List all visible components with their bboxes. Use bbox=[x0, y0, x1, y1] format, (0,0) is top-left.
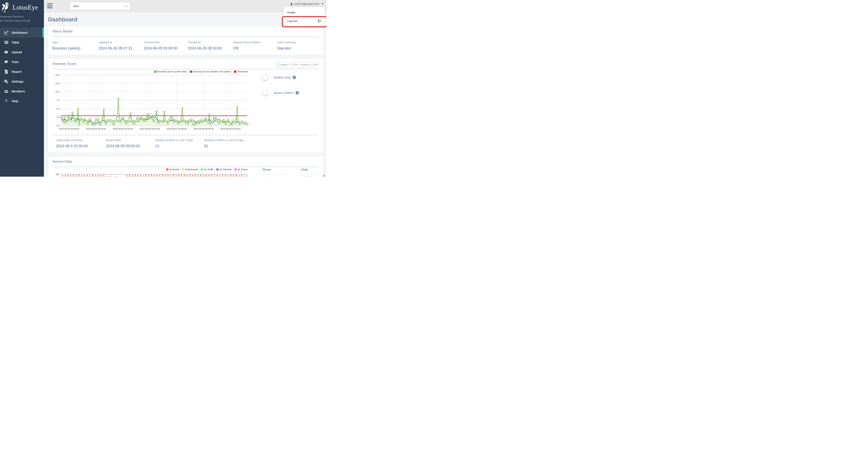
stat-recent-alert: Recent Alert2024-08-09 09:00:00 bbox=[106, 138, 155, 148]
ignore-outliers-toggle[interactable] bbox=[262, 90, 272, 96]
median-only-toggle[interactable] bbox=[262, 74, 272, 80]
sidebar-item-label: Upload bbox=[12, 51, 22, 54]
median-only-toggle-row: Median Only ? bbox=[262, 74, 299, 80]
legend-item[interactable]: %commit bbox=[166, 168, 179, 170]
gears-icon bbox=[4, 79, 8, 84]
svg-text:10.0: 10.0 bbox=[55, 91, 60, 93]
date-range-input[interactable]: August 2, 2024 - August 9, 2024 bbox=[276, 61, 319, 68]
legend-swatch bbox=[166, 168, 168, 170]
about-model-card: About Model PlanBusiness (yearly) Update… bbox=[48, 26, 323, 55]
hamburger-menu-icon[interactable] bbox=[47, 3, 53, 8]
sensor-data-card: Sensor Data %commit%memusedall_%idleall_… bbox=[48, 156, 323, 177]
topbar: test user01@pratya.tech Profile Log Out bbox=[44, 0, 327, 12]
legend-item[interactable]: %memused bbox=[182, 168, 198, 170]
divider bbox=[53, 36, 318, 37]
page-title: Dashboard bbox=[48, 17, 323, 23]
anomaly-score-card: Anomaly Score August 2, 2024 - August 9,… bbox=[48, 59, 323, 153]
svg-text:2.5: 2.5 bbox=[57, 116, 60, 118]
sidebar-item-label: Members bbox=[12, 90, 25, 93]
main-content: Dashboard About Model PlanBusiness (year… bbox=[44, 12, 327, 177]
sidebar-item-settings[interactable]: Settings bbox=[0, 76, 44, 86]
sidebar-item-label: Dashboard bbox=[12, 31, 28, 34]
field-reduce-false-positive: Reduse False PositiveON bbox=[233, 41, 277, 51]
sidebar-item-help[interactable]: ? Help bbox=[0, 96, 44, 106]
lotuseye-logo-icon bbox=[1, 2, 11, 12]
svg-text:150: 150 bbox=[56, 173, 59, 176]
svg-text:5.0: 5.0 bbox=[57, 107, 60, 110]
svg-text:7.5: 7.5 bbox=[57, 99, 60, 101]
sidebar-item-report[interactable]: Report bbox=[0, 67, 44, 76]
svg-text:2024-08-07 00:00:00: 2024-08-07 00:00:00 bbox=[166, 128, 187, 130]
field-trained-to: Trained To2024-06-26 08:00:00 bbox=[188, 41, 233, 51]
legend-item[interactable]: all_%nice bbox=[235, 168, 248, 170]
divider bbox=[53, 135, 318, 135]
user-menu-trigger[interactable]: user01@pratya.tech bbox=[290, 2, 323, 5]
hide-column: Hide all_%stealall_%systemall_%usercpu0_… bbox=[301, 168, 326, 177]
about-model-fields: PlanBusiness (yearly) Updated At2024-06-… bbox=[53, 41, 318, 51]
graduation-cap-icon bbox=[4, 60, 8, 64]
line-chart-icon bbox=[4, 30, 8, 35]
legend-item[interactable]: Anomaly Score (at the time) bbox=[154, 70, 187, 73]
ignore-outliers-toggle-row: Ignore Outliers ? bbox=[262, 90, 299, 96]
model-select[interactable]: test bbox=[70, 2, 130, 10]
ignore-outliers-help-icon[interactable]: ? bbox=[296, 91, 299, 94]
hide-label: Hide bbox=[301, 168, 326, 171]
show-hide-panel: Show %commit%memusedall_%idleall_%iowait… bbox=[262, 167, 326, 177]
app-window: LotusEye Anomaly Detector for Sensor Dat… bbox=[0, 0, 327, 177]
model-select-value: test bbox=[73, 4, 125, 8]
scrollbar-track[interactable] bbox=[323, 175, 325, 177]
calendar-icon bbox=[278, 63, 279, 66]
alert-stats-row: Latest Date of Sensor2024-08-9 15:00:00 … bbox=[53, 138, 318, 148]
sidebar-item-label: Help bbox=[12, 99, 18, 103]
show-label: Show bbox=[262, 168, 287, 171]
field-plan: PlanBusiness (yearly) bbox=[53, 41, 99, 51]
legend-item[interactable]: Threshold bbox=[234, 70, 248, 73]
svg-text:2024-08-03 00:00:00: 2024-08-03 00:00:00 bbox=[59, 128, 79, 130]
legend-item[interactable]: Anomaly Score (median of 6 points) bbox=[190, 70, 231, 73]
sidebar-nav: Dashboard Table Upload Train bbox=[0, 28, 44, 106]
sidebar-item-label: Settings bbox=[12, 80, 24, 83]
field-updated-at: Updated At2024-06-26 09:07:21 bbox=[99, 41, 144, 51]
sensor-chart-block: %commit%memusedall_%idleall_%iowaitall_%… bbox=[53, 167, 249, 177]
sidebar-item-upload[interactable]: Upload bbox=[0, 47, 44, 57]
file-text-icon bbox=[4, 69, 8, 74]
svg-text:2024-08-04 00:00:00: 2024-08-04 00:00:00 bbox=[86, 128, 106, 130]
stat-latest-sensor-date: Latest Date of Sensor2024-08-9 15:00:00 bbox=[56, 138, 106, 148]
anomaly-chart-legend: Anomaly Score (at the time)Anomaly Score… bbox=[53, 70, 248, 73]
sensor-data-title: Sensor Data bbox=[53, 160, 318, 164]
chart-toggles: Median Only ? Ignore Outliers ? bbox=[262, 69, 299, 105]
list-item[interactable]: %commit bbox=[265, 176, 287, 177]
svg-text:0.0: 0.0 bbox=[57, 124, 60, 127]
about-model-title: About Model bbox=[53, 29, 318, 33]
sidebar-item-label: Train bbox=[12, 60, 19, 64]
scrollbar-thumb[interactable] bbox=[323, 175, 325, 177]
legend-item[interactable]: all_%iowait bbox=[216, 168, 231, 170]
chevron-down-icon bbox=[125, 4, 128, 7]
list-item[interactable]: all_%steal bbox=[303, 176, 326, 177]
svg-text:2024-08-06 00:00:00: 2024-08-06 00:00:00 bbox=[140, 128, 160, 130]
caret-down-icon bbox=[321, 3, 323, 5]
stat-alerts-7-days: Number of Alerts in Last 7 Days13 bbox=[155, 138, 204, 148]
sidebar-item-table[interactable]: Table bbox=[0, 37, 44, 47]
hide-listbox[interactable]: all_%stealall_%systemall_%usercpu0_%idle… bbox=[301, 174, 326, 177]
sensor-chart-legend: %commit%memusedall_%idleall_%iowaitall_%… bbox=[53, 168, 248, 170]
legend-item[interactable]: all_%idle bbox=[201, 168, 213, 170]
field-trained-from: Trained From2024-06-09 03:00:00 bbox=[144, 41, 188, 51]
menu-item-profile[interactable]: Profile bbox=[283, 8, 325, 17]
sensor-data-chart: 150100 bbox=[53, 171, 249, 177]
sidebar-item-label: Report bbox=[12, 70, 22, 73]
legend-swatch bbox=[235, 168, 237, 170]
svg-text:15.0: 15.0 bbox=[55, 74, 60, 76]
logo-block: LotusEye Anomaly Detector for Sensor Dat… bbox=[0, 0, 44, 25]
show-listbox[interactable]: %commit%memusedall_%idleall_%iowaitall_%… bbox=[262, 174, 287, 177]
median-only-help-icon[interactable]: ? bbox=[293, 76, 296, 79]
svg-text:2024-08-09 00:00:00: 2024-08-09 00:00:00 bbox=[220, 128, 241, 130]
legend-swatch bbox=[154, 70, 157, 73]
sidebar-item-train[interactable]: Train bbox=[0, 57, 44, 67]
sidebar-item-dashboard[interactable]: Dashboard bbox=[0, 28, 44, 37]
cloud-upload-icon bbox=[4, 50, 8, 55]
field-users-authority: User's AuthorityOperator bbox=[277, 41, 318, 51]
menu-item-logout[interactable]: Log Out bbox=[283, 17, 325, 25]
user-email: user01@pratya.tech bbox=[294, 2, 319, 5]
sidebar-item-members[interactable]: Members bbox=[0, 86, 44, 96]
